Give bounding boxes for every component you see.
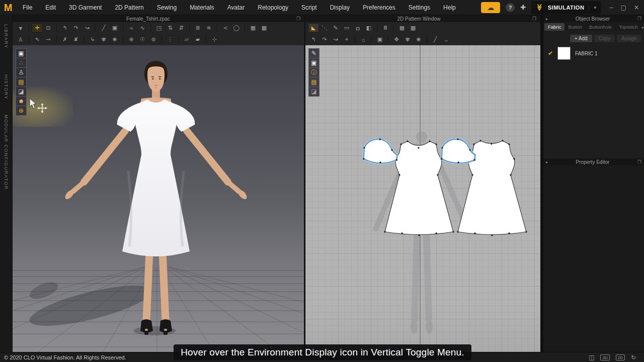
help-icon[interactable]: ? [506, 3, 515, 12]
flower-2d-tool[interactable]: ✾ [402, 35, 413, 44]
pose-x-alt-tool[interactable]: ✘ [70, 35, 82, 44]
flatten-left-tool[interactable]: ⇅ [165, 23, 176, 33]
sewing-edit-2d-tool[interactable]: ↰ [308, 35, 319, 44]
bind-tool[interactable]: ≺ [220, 23, 231, 33]
menu-preferences[interactable]: Preferences [356, 0, 402, 15]
fabric-list-item[interactable]: ✔ FABRIC 1 [543, 42, 644, 60]
avatar-walk-tool[interactable]: ♙ [15, 35, 26, 44]
show-garment-2d-tool[interactable]: ▣ [374, 35, 385, 44]
shoe-fit-tool[interactable]: ↳ [87, 35, 98, 44]
iron-tool[interactable]: ⌂ [358, 35, 369, 44]
simulation-dropdown[interactable]: ≫ SIMULATION ▾ [531, 1, 601, 14]
free-sewing-tool[interactable]: ∿ [137, 23, 148, 33]
select-mesh-tool[interactable]: ⊡ [43, 23, 54, 33]
tab-buttonhole[interactable]: Buttonhole [586, 23, 615, 31]
show-garment-2d-icon[interactable]: ▣ [308, 58, 319, 68]
grid-remesh-tool[interactable]: ▩ [259, 23, 270, 33]
menu-3d-garment[interactable]: 3D Garment [62, 0, 108, 15]
popout-icon[interactable]: ❐ [532, 16, 540, 21]
tack-tool[interactable]: ↝ [82, 23, 93, 33]
grid-preset-tool[interactable]: ▩ [408, 23, 419, 33]
buttonhole-tool[interactable]: ☉ [137, 35, 148, 44]
fabric-plane-tool[interactable]: ▱ [181, 35, 192, 44]
view-2d-toggle[interactable]: 2D [616, 354, 625, 360]
trace-tool[interactable]: ◧ [363, 23, 374, 33]
segment-sewing-2d-tool[interactable]: ↷ [319, 35, 330, 44]
menu-script[interactable]: Script [295, 0, 324, 15]
button-lock-tool[interactable]: ⊜ [148, 35, 159, 44]
flower-pin-tool[interactable]: ✾ [98, 35, 109, 44]
select-move-tool[interactable]: ✛ [32, 23, 43, 33]
flower-pair-2d-tool[interactable]: ❀ [413, 35, 424, 44]
menu-avatar[interactable]: Avatar [221, 0, 251, 15]
pattern-freeze-icon[interactable]: ◪ [308, 86, 319, 97]
fold-arrangement-tool[interactable]: ◳ [153, 23, 165, 33]
flatten-right-tool[interactable]: ⇵ [176, 23, 187, 33]
sewing-pin-tool[interactable]: ⌖ [341, 35, 352, 44]
show-cloth-icon[interactable]: ◪ [16, 86, 27, 97]
close-button[interactable]: ✕ [634, 4, 639, 11]
free-sewing-2d-tool[interactable]: ↝ [330, 35, 341, 44]
garment-fit-tool[interactable]: ▣ [109, 23, 120, 33]
show-garment-icon[interactable]: ▣ [16, 48, 27, 58]
menu-2d-pattern[interactable]: 2D Pattern [108, 0, 150, 15]
steam-tool[interactable]: ≋ [203, 23, 214, 33]
ring-binding-tool[interactable]: ◯ [231, 23, 242, 33]
pattern-sleeve-left[interactable] [363, 138, 397, 163]
show-avatar-icon[interactable]: ♙ [16, 67, 27, 77]
history-tab[interactable]: HISTORY [4, 74, 9, 100]
avatar-pin-tool[interactable]: ⊸ [43, 35, 54, 44]
copy-button[interactable]: Copy [594, 35, 615, 42]
viewport-2d[interactable]: ✎ ▣ ⓘ ▤ ◪ [305, 45, 540, 352]
pin-curve-tool[interactable]: ↷ [70, 23, 82, 33]
measure-tool[interactable]: ⊹ [209, 35, 220, 44]
rectangle-tool[interactable]: ◘ [352, 23, 363, 33]
flatten-2d-tool[interactable]: ✥ [391, 35, 402, 44]
fabric-swatch[interactable] [557, 47, 571, 60]
cloud-icon[interactable]: ☁ [481, 2, 500, 13]
show-arrangement-icon[interactable]: ▤ [16, 77, 27, 87]
tab-fabric[interactable]: Fabric [544, 23, 565, 31]
grid-mesh-tool[interactable]: ▦ [248, 23, 259, 33]
modular-configurator-tab[interactable]: MODULAR CONFIGURATOR [4, 115, 9, 190]
transform-pattern-tool[interactable]: ◣ [308, 23, 319, 33]
sewing-edit-tool[interactable]: ╱ [98, 23, 109, 33]
menu-display[interactable]: Display [324, 0, 356, 15]
tab-topstitch[interactable]: Topstitch [615, 23, 641, 31]
flower-pair-tool[interactable]: ❀ [109, 35, 120, 44]
menu-sewing[interactable]: Sewing [150, 0, 183, 15]
view-3d-toggle[interactable]: 3D [600, 354, 609, 360]
menu-file[interactable]: File [16, 0, 39, 15]
edit-pattern-tool[interactable]: ⋱ [319, 23, 330, 33]
library-tab[interactable]: LIBRARY [4, 24, 9, 49]
maximize-button[interactable]: ▢ [621, 4, 626, 11]
show-pins-icon[interactable]: ∴ [16, 58, 27, 68]
edit-curvature-tool[interactable]: ✎ [330, 23, 341, 33]
polygon-tool[interactable]: ▭ [341, 23, 352, 33]
split-view-icon[interactable]: ◫ [589, 354, 594, 361]
menu-edit[interactable]: Edit [39, 0, 62, 15]
fabric-solid-tool[interactable]: ▰ [192, 35, 203, 44]
viewport-3d[interactable]: ▣ ∴ ♙ ▤ ◪ ☻ ⊕ [13, 45, 304, 352]
grid-2d-tool[interactable]: ▦ [396, 23, 408, 33]
avatar-move-tool[interactable]: ⇖ [32, 35, 43, 44]
baseline-tool[interactable]: ╱ [430, 35, 441, 44]
pleats-2d-tool[interactable]: Ⅲ [380, 23, 391, 33]
show-fabric-2d-icon[interactable]: ▤ [308, 77, 319, 87]
popout-icon[interactable]: ❐ [637, 159, 641, 164]
chevron-down-icon[interactable]: ▾ [589, 5, 596, 10]
show-info-icon[interactable]: ⓘ [308, 67, 319, 77]
closet-icon[interactable]: ✚ [520, 4, 526, 11]
assign-button[interactable]: Assign [617, 35, 641, 42]
button-tool[interactable]: ⊕ [126, 35, 137, 44]
simulate-tool[interactable]: ▼ [15, 23, 26, 33]
tab-scroll-left-icon[interactable]: ◂ [641, 25, 643, 30]
menu-materials[interactable]: Materials [183, 0, 221, 15]
measure-2d-tool[interactable]: ↔ [441, 35, 452, 44]
show-skin-icon[interactable]: ☻ [16, 96, 27, 106]
tab-button[interactable]: Button [565, 23, 585, 31]
menu-settings[interactable]: Settings [402, 0, 437, 15]
pose-x-tool[interactable]: ✗ [59, 35, 70, 44]
minimize-button[interactable]: – [610, 4, 613, 11]
show-stroke-icon[interactable]: ✎ [308, 48, 319, 58]
